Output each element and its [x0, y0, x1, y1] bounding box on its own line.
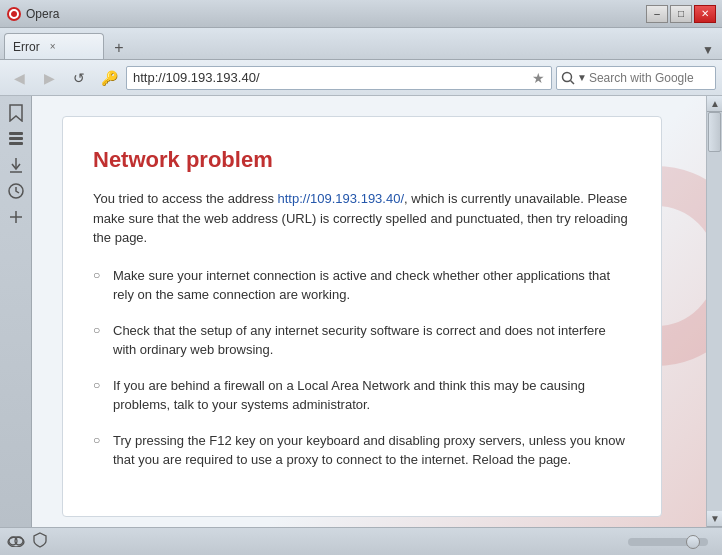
- svg-rect-8: [9, 137, 23, 140]
- svg-line-3: [571, 80, 575, 84]
- svg-rect-7: [9, 132, 23, 135]
- tab-label: Error: [13, 40, 40, 54]
- bookmarks-icon: [7, 104, 25, 122]
- tab-bar: Error × + ▼: [0, 28, 722, 60]
- tab-error[interactable]: Error ×: [4, 33, 104, 59]
- scroll-thumb[interactable]: [708, 112, 721, 152]
- private-button[interactable]: 🔑: [96, 66, 122, 90]
- app-icon: [6, 6, 22, 22]
- error-list: Make sure your internet connection is ac…: [93, 266, 631, 470]
- svg-point-17: [15, 537, 23, 545]
- scroll-up-button[interactable]: ▲: [707, 96, 722, 112]
- nav-bar: ◀ ▶ ↺ 🔑 ★ ▼: [0, 60, 722, 96]
- error-title: Network problem: [93, 147, 631, 173]
- cloud-icon[interactable]: [6, 533, 26, 550]
- sidebar-tabs-button[interactable]: [5, 128, 27, 150]
- scroll-down-button[interactable]: ▼: [707, 511, 722, 527]
- scrollbar[interactable]: ▲ ▼: [706, 96, 722, 527]
- list-item: If you are behind a firewall on a Local …: [93, 376, 631, 415]
- search-input[interactable]: [589, 71, 722, 85]
- error-description: You tried to access the address http://1…: [93, 189, 631, 248]
- tabs-icon: [7, 130, 25, 148]
- reload-button[interactable]: ↺: [66, 66, 92, 90]
- search-icon: [561, 71, 575, 85]
- maximize-button[interactable]: □: [670, 5, 692, 23]
- sidebar-history-button[interactable]: [5, 180, 27, 202]
- search-engine-selector[interactable]: ▼: [561, 71, 587, 85]
- window-controls: – □ ✕: [646, 5, 716, 23]
- svg-marker-6: [10, 105, 22, 121]
- shield-svg: [32, 532, 48, 548]
- tab-bar-right: ▼: [698, 41, 718, 59]
- address-bar: ★: [126, 66, 552, 90]
- svg-rect-9: [9, 142, 23, 145]
- content-area: Network problem You tried to access the …: [32, 96, 706, 527]
- close-button[interactable]: ✕: [694, 5, 716, 23]
- search-dropdown-arrow: ▼: [577, 72, 587, 83]
- svg-point-2: [563, 72, 572, 81]
- list-item: Make sure your internet connection is ac…: [93, 266, 631, 305]
- tab-list-button[interactable]: ▼: [698, 41, 718, 59]
- zoom-slider[interactable]: [628, 538, 708, 546]
- downloads-icon: [7, 156, 25, 174]
- error-url-link[interactable]: http://109.193.193.40/: [278, 191, 405, 206]
- add-tab-button[interactable]: +: [108, 37, 130, 59]
- shield-icon[interactable]: [32, 532, 48, 551]
- app-title: Opera: [26, 7, 646, 21]
- add-icon: [7, 208, 25, 226]
- error-page: Network problem You tried to access the …: [62, 116, 662, 517]
- minimize-button[interactable]: –: [646, 5, 668, 23]
- history-icon: [7, 182, 25, 200]
- cloud-svg: [6, 533, 26, 547]
- list-item: Check that the setup of any internet sec…: [93, 321, 631, 360]
- left-sidebar: [0, 96, 32, 527]
- bookmark-star-button[interactable]: ★: [532, 70, 545, 86]
- error-desc-prefix: You tried to access the address: [93, 191, 278, 206]
- tab-close-button[interactable]: ×: [46, 40, 60, 54]
- title-bar: Opera – □ ✕: [0, 0, 722, 28]
- back-button[interactable]: ◀: [6, 66, 32, 90]
- list-item: Try pressing the F12 key on your keyboar…: [93, 431, 631, 470]
- sidebar-downloads-button[interactable]: [5, 154, 27, 176]
- zoom-slider-thumb[interactable]: [686, 535, 700, 549]
- address-input[interactable]: [133, 70, 528, 85]
- sidebar-bookmarks-button[interactable]: [5, 102, 27, 124]
- search-bar: ▼: [556, 66, 716, 90]
- forward-button[interactable]: ▶: [36, 66, 62, 90]
- main-area: Network problem You tried to access the …: [0, 96, 722, 527]
- status-bar: [0, 527, 722, 555]
- sidebar-add-button[interactable]: [5, 206, 27, 228]
- scroll-track[interactable]: [707, 112, 722, 511]
